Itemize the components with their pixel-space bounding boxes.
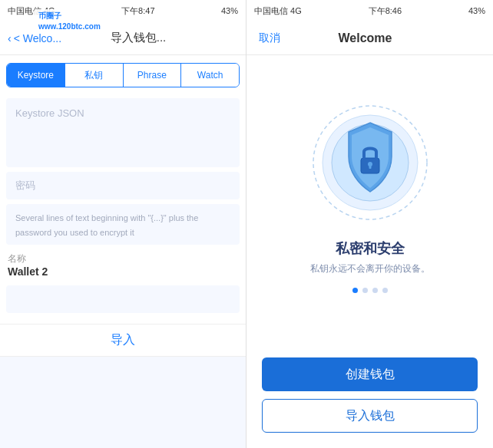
battery-label: 43%	[221, 6, 238, 15]
tab-group: Keystore 私钥 Phrase Watch	[6, 63, 240, 87]
right-nav-bar: 取消 Welcome	[246, 21, 493, 55]
shield-svg	[309, 101, 432, 224]
tab-keystore[interactable]: Keystore	[7, 64, 65, 87]
right-panel: 中国电信 4G 下午8:46 43% 取消 Welcome	[246, 0, 493, 448]
action-buttons-area: 创建钱包 导入钱包	[246, 357, 493, 448]
illustration-title: 私密和安全	[336, 239, 405, 258]
pagination-dots	[352, 288, 388, 293]
keystore-placeholder: Keystore JSON	[15, 107, 84, 119]
time-label: 下午8:47	[121, 5, 154, 17]
hint-text: Several lines of text beginning with "{.…	[15, 213, 198, 237]
right-time: 下午8:46	[369, 5, 402, 17]
tab-watch[interactable]: Watch	[180, 64, 239, 87]
hint-block: Several lines of text beginning with "{.…	[6, 204, 240, 245]
svg-rect-5	[369, 165, 371, 169]
tabs-container: Keystore 私钥 Phrase Watch	[0, 55, 246, 92]
right-carrier: 中国电信	[254, 6, 288, 15]
watermark: 币圈子 www.120btc.com	[34, 9, 105, 34]
right-status-bar: 中国电信 4G 下午8:46 43%	[246, 0, 493, 21]
name-value: Wallet 2	[8, 265, 237, 278]
illustration-area: 私密和安全 私钥永远不会离开你的设备。	[246, 55, 493, 357]
right-nav-title: Welcome	[339, 31, 392, 45]
name-block: 名称 Wallet 2	[6, 249, 240, 281]
dot-3	[372, 288, 378, 293]
back-chevron-icon: ‹	[8, 32, 12, 44]
tab-privatekey[interactable]: 私钥	[65, 64, 123, 87]
illustration-subtitle: 私钥永远不会离开你的设备。	[310, 262, 430, 275]
create-wallet-button[interactable]: 创建钱包	[262, 357, 478, 391]
right-status-left: 中国电信 4G	[254, 5, 302, 17]
import-button[interactable]: 导入	[111, 333, 135, 346]
right-network: 4G	[290, 6, 302, 15]
dot-1	[352, 288, 358, 293]
password-placeholder: 密码	[15, 180, 35, 191]
import-button-area: 导入	[0, 324, 246, 357]
right-battery: 43%	[468, 6, 485, 15]
left-panel: 币圈子 www.120btc.com 中国电信 4G 下午8:47 43% ‹ …	[0, 0, 246, 448]
dot-4	[382, 288, 388, 293]
cancel-button[interactable]: 取消	[259, 31, 280, 45]
left-status-right: 43%	[221, 6, 238, 15]
form-area: Keystore JSON 密码 Several lines of text b…	[0, 92, 246, 324]
name-label: 名称	[8, 252, 237, 265]
bottom-area	[0, 357, 246, 448]
tab-phrase[interactable]: Phrase	[123, 64, 181, 87]
shield-illustration	[309, 101, 432, 224]
keystore-input[interactable]: Keystore JSON	[6, 98, 240, 167]
password-input[interactable]: 密码	[6, 172, 240, 199]
dot-2	[362, 288, 368, 293]
name-input[interactable]	[6, 285, 240, 313]
import-wallet-button[interactable]: 导入钱包	[262, 399, 478, 433]
